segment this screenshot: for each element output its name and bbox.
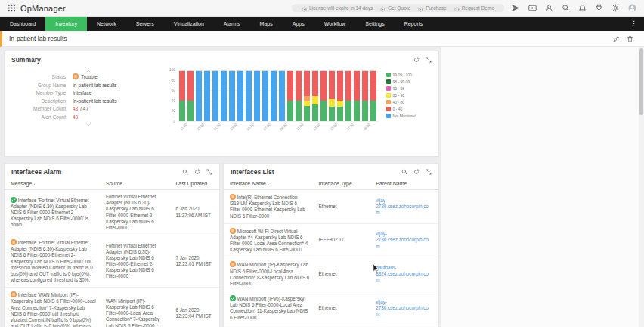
assist-icon[interactable] — [545, 4, 553, 12]
legend-item: 80 - 90 — [386, 93, 416, 98]
gear-icon[interactable] — [611, 4, 620, 12]
search-icon[interactable] — [562, 4, 570, 12]
nav-item-inventory[interactable]: Inventory — [45, 17, 87, 31]
refresh-icon[interactable] — [194, 169, 200, 175]
nav-item-dashboard[interactable]: Dashboard — [0, 17, 45, 31]
stacked-bar[interactable] — [204, 70, 210, 121]
bar-segment-red — [354, 71, 360, 101]
expand-icon[interactable] — [426, 57, 432, 63]
severity-trouble-icon — [230, 194, 236, 200]
notice-3[interactable]: Request Demo — [450, 5, 498, 11]
stacked-bar[interactable] — [362, 70, 368, 121]
nav-item-maps[interactable]: Maps — [250, 17, 283, 31]
rocket-icon[interactable] — [512, 4, 520, 12]
parent-device-link[interactable]: vijay-2730.csez.zohocorpin.com — [376, 299, 429, 316]
alarm-row[interactable]: Interface 'Fortinet Virtual Ethernet Ada… — [5, 190, 219, 235]
refresh-icon[interactable] — [413, 57, 420, 63]
summary-field-status: Status Trouble — [11, 73, 166, 79]
refresh-icon[interactable] — [413, 169, 420, 175]
nav-item-settings[interactable]: Settings — [355, 17, 394, 31]
bell-icon[interactable] — [578, 4, 587, 12]
apps-grid-icon[interactable] — [8, 4, 16, 12]
alarm-row[interactable]: Interface 'Fortinet Virtual Ethernet Ada… — [5, 235, 219, 288]
alarm-message: Interface 'WAN Miniport (IP)-Kaspersky L… — [6, 288, 101, 327]
stacked-bar[interactable] — [229, 70, 235, 121]
expand-icon[interactable] — [206, 169, 212, 175]
nav-item-virtualization[interactable]: Virtualization — [164, 17, 214, 31]
parent-device-link[interactable]: vijay-2730.csez.zohocorpin.com — [376, 198, 429, 215]
alarm-source: Fortinet Virtual Ethernet Adapter (NDIS … — [101, 190, 171, 235]
breadcrumb-row: In-patient lab results — [0, 31, 644, 47]
stacked-bar[interactable] — [246, 70, 252, 121]
interface-row[interactable]: Intel(R) Ethernet Connection I219-LM-Kas… — [224, 190, 438, 224]
delete-icon[interactable] — [627, 36, 633, 42]
stacked-bar[interactable] — [287, 70, 293, 121]
stacked-bar[interactable] — [187, 70, 194, 121]
info-circle-icon — [454, 5, 460, 11]
interface-parent: gautham-8324.csez.zohocorpin.com — [371, 261, 437, 288]
collapse-up-icon[interactable] — [11, 68, 166, 73]
column-source[interactable]: Source — [101, 179, 171, 189]
column-parent-name[interactable]: Parent Name — [371, 179, 437, 189]
nav-item-apps[interactable]: Apps — [283, 17, 314, 31]
stacked-bar[interactable] — [296, 70, 302, 121]
stacked-bar[interactable] — [354, 70, 360, 121]
nav-item-reports[interactable]: Reports — [395, 17, 433, 31]
severity-clear-icon — [11, 197, 17, 203]
alarms-table-header: Message ▴SourceLast Updated — [5, 179, 219, 190]
stacked-bar[interactable] — [337, 70, 343, 121]
bar-segment-green — [304, 106, 310, 121]
stacked-bar[interactable] — [179, 70, 185, 121]
stacked-bar[interactable] — [237, 70, 243, 121]
search-icon[interactable] — [182, 169, 188, 175]
bar-segment-green — [362, 101, 368, 121]
column-message[interactable]: Message ▴ — [6, 179, 101, 189]
video-icon[interactable] — [528, 4, 537, 12]
topbar: OpManager License will expire in 14 days… — [0, 0, 644, 17]
bar-segment-green — [179, 101, 185, 121]
notice-0[interactable]: License will expire in 14 days — [298, 5, 376, 11]
interface-row[interactable]: WAN Miniport (IP)-Kaspersky Lab NDIS 6 F… — [224, 257, 438, 291]
parent-device-link[interactable]: vijay-2730.csez.zohocorpin.com — [376, 231, 429, 248]
info-circle-icon — [418, 5, 423, 11]
stacked-bar[interactable] — [329, 70, 335, 121]
expand-icon[interactable] — [426, 169, 432, 175]
collapse-down-icon[interactable] — [11, 122, 166, 127]
interfaces-list-widget: Interfaces List Interface Name ▴Interfac… — [223, 163, 439, 327]
stacked-bar[interactable] — [320, 70, 327, 121]
interface-row[interactable]: WAN Miniport (IPv6)-Kaspersky Lab NDIS 6… — [224, 291, 438, 325]
legend-item: Not Monitored — [386, 114, 416, 118]
stacked-bar[interactable] — [262, 70, 268, 121]
stacked-bar[interactable] — [271, 70, 277, 121]
stacked-bar[interactable] — [345, 70, 351, 121]
nav-item-alarms[interactable]: Alarms — [214, 17, 250, 31]
nav-more-icon[interactable]: ⋮ — [628, 20, 639, 27]
column-last-updated[interactable]: Last Updated — [171, 179, 218, 189]
stacked-bar[interactable] — [370, 70, 376, 121]
alarm-row[interactable]: Interface 'WAN Miniport (IP)-Kaspersky L… — [5, 288, 219, 327]
edit-icon[interactable] — [613, 36, 620, 42]
vertical-scrollbar[interactable] — [639, 47, 644, 327]
avatar-icon[interactable] — [628, 4, 636, 12]
stacked-bar[interactable] — [254, 70, 260, 121]
parent-device-link[interactable]: gautham-8324.csez.zohocorpin.com — [376, 265, 429, 282]
nav-item-network[interactable]: Network — [87, 17, 126, 31]
stacked-bar[interactable] — [196, 70, 202, 121]
bar-segment-red — [304, 71, 310, 96]
search-icon[interactable] — [401, 169, 407, 175]
stacked-bar[interactable] — [304, 70, 310, 121]
stacked-bar[interactable] — [279, 70, 285, 121]
interface-row[interactable]: Microsoft Wi-Fi Direct Virtual Adapter #… — [224, 224, 438, 258]
plug-icon[interactable] — [595, 4, 603, 12]
stacked-bar[interactable] — [221, 70, 227, 121]
nav-item-servers[interactable]: Servers — [126, 17, 164, 31]
notice-2[interactable]: Purchase — [414, 5, 450, 11]
nav-item-workflow[interactable]: Workflow — [314, 17, 356, 31]
notice-1[interactable]: Get Quote — [376, 5, 414, 11]
bar-segment-red — [362, 71, 368, 101]
summary-fields: Status Trouble Group Name In-patient lab… — [6, 67, 166, 133]
column-interface-name[interactable]: Interface Name ▴ — [225, 179, 314, 189]
column-interface-type[interactable]: Interface Type — [314, 179, 372, 189]
stacked-bar[interactable] — [212, 70, 218, 121]
stacked-bar[interactable] — [312, 70, 318, 121]
